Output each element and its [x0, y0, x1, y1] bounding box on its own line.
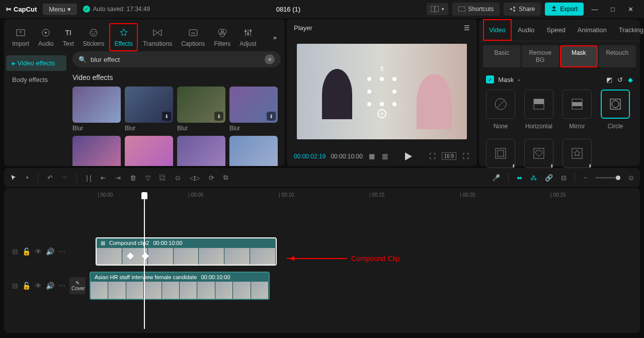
- layout-button[interactable]: ▾: [427, 3, 448, 15]
- play-button[interactable]: [405, 152, 412, 160]
- mask-checkbox[interactable]: ✓: [486, 75, 494, 83]
- prop-tab-animation[interactable]: Animation: [572, 19, 613, 41]
- trim-right-tool[interactable]: ⇥: [115, 174, 121, 182]
- track-mute-icon[interactable]: 🔊: [46, 247, 54, 256]
- app-logo: ✂ CapCut: [6, 6, 37, 13]
- tab-text[interactable]: TIText: [59, 24, 78, 50]
- effect-card[interactable]: ⬇Blur: [229, 87, 278, 132]
- effect-card[interactable]: [177, 136, 225, 166]
- redo-button[interactable]: ↷: [62, 174, 67, 182]
- crop-tool[interactable]: ⧉: [223, 174, 228, 182]
- project-title: 0816 (1): [276, 6, 300, 13]
- svg-text:cc: cc: [191, 31, 195, 35]
- undo-button[interactable]: ↶: [47, 174, 53, 182]
- mask-none[interactable]: None: [486, 90, 515, 130]
- close-button[interactable]: ✕: [624, 2, 638, 16]
- duplicate-tool[interactable]: ⿻: [159, 174, 166, 182]
- prop-tab-speed[interactable]: Speed: [540, 19, 572, 41]
- menu-button[interactable]: Menu ▾: [43, 4, 77, 15]
- fullscreen-button[interactable]: ⛶: [461, 151, 470, 161]
- invert-icon[interactable]: ◩: [606, 76, 612, 83]
- mirror-tool[interactable]: ◁▷: [190, 174, 200, 182]
- tab-filters[interactable]: Filters: [210, 24, 235, 50]
- playhead[interactable]: [144, 192, 145, 329]
- tab-captions[interactable]: ccCaptions: [177, 24, 209, 50]
- reset-icon[interactable]: ↺: [617, 76, 623, 83]
- track-visible-icon[interactable]: 👁: [35, 282, 42, 290]
- track-more-icon[interactable]: ⋯: [58, 247, 65, 256]
- speed-tool[interactable]: ⊙: [175, 174, 181, 182]
- tab-adjust[interactable]: Adjust: [235, 24, 260, 50]
- prop-tab-tracking[interactable]: Tracking: [613, 19, 644, 41]
- tab-audio[interactable]: Audio: [34, 24, 58, 50]
- compare-icon[interactable]: ▥: [381, 151, 389, 161]
- sub-tab-mask[interactable]: Mask: [560, 45, 598, 67]
- player-menu-button[interactable]: ☰: [464, 24, 470, 32]
- cover-button[interactable]: ✎ Cover: [69, 277, 86, 294]
- prop-tab-audio[interactable]: Audio: [512, 19, 540, 41]
- delete-tool[interactable]: 🗑: [130, 174, 136, 182]
- mask-horizontal[interactable]: Horizontal: [524, 90, 553, 130]
- clip-video[interactable]: Asian HR staff interview female candidat…: [90, 272, 270, 300]
- grid-icon[interactable]: ▦: [368, 151, 376, 161]
- zoom-fit-button[interactable]: ⊙: [628, 174, 634, 182]
- select-tool[interactable]: [10, 174, 17, 181]
- effect-card[interactable]: Blur: [72, 87, 121, 132]
- chevron-up-icon[interactable]: ▴: [518, 77, 520, 82]
- sub-tab-basic[interactable]: Basic: [483, 45, 521, 67]
- track-mute-icon[interactable]: 🔊: [46, 282, 54, 290]
- mask-mirror[interactable]: Mirror: [562, 90, 592, 130]
- mask-rect[interactable]: ⬇: [486, 139, 515, 168]
- track-collapse-icon[interactable]: ⊟: [12, 247, 18, 256]
- preview-area[interactable]: ⇕ ⟳: [287, 37, 477, 146]
- track-visible-icon[interactable]: 👁: [35, 247, 42, 256]
- timeline[interactable]: | 00:00 | 00:05 | 00:10 | 00:15 | 00:20 …: [4, 188, 640, 333]
- tab-effects[interactable]: Effects: [109, 23, 137, 51]
- ruler[interactable]: | 00:00 | 00:05 | 00:10 | 00:15 | 00:20 …: [90, 192, 640, 202]
- tab-stickers[interactable]: Stickers: [79, 24, 109, 50]
- clear-search-button[interactable]: ✕: [265, 54, 275, 64]
- keyframe-icon[interactable]: ◆: [628, 76, 633, 83]
- mark-tool[interactable]: ▽: [145, 174, 150, 182]
- effect-card[interactable]: [72, 136, 121, 166]
- zoom-out-button[interactable]: −: [583, 174, 587, 182]
- sub-tab-retouch[interactable]: Retouch: [599, 45, 636, 67]
- chevron-down-icon[interactable]: ▾: [26, 175, 29, 180]
- magnet-toggle[interactable]: ⬌: [517, 174, 522, 182]
- preview-toggle[interactable]: ⊟: [561, 174, 567, 182]
- expand-tabs-button[interactable]: »: [269, 30, 281, 45]
- mask-handles[interactable]: ⇕ ⟳: [369, 79, 394, 104]
- maximize-button[interactable]: □: [606, 2, 620, 16]
- track-collapse-icon[interactable]: ⊟: [12, 282, 18, 290]
- export-button[interactable]: Export: [545, 3, 584, 16]
- clip-compound[interactable]: ⊞Compound clip200:00:10:00: [96, 237, 277, 266]
- mask-circle[interactable]: Circle: [601, 90, 630, 130]
- effect-card[interactable]: ⬇Blur: [125, 87, 173, 132]
- rotate-tool[interactable]: ⟳: [209, 174, 214, 182]
- sub-tab-removebg[interactable]: Remove BG: [522, 45, 559, 67]
- trim-left-tool[interactable]: ⇤: [101, 174, 106, 182]
- prop-tab-video[interactable]: Video: [483, 19, 512, 41]
- link-toggle[interactable]: ⁂: [530, 174, 537, 182]
- shortcuts-button[interactable]: Shortcuts: [452, 3, 500, 16]
- tab-transitions[interactable]: Transitions: [139, 24, 176, 50]
- effect-card[interactable]: ⬇Blur: [177, 87, 225, 132]
- track-lock-icon[interactable]: 🔓: [22, 247, 31, 256]
- link-icon[interactable]: 🔗: [545, 174, 553, 182]
- effect-card[interactable]: [125, 136, 173, 166]
- track-lock-icon[interactable]: 🔓: [22, 282, 31, 290]
- track-more-icon[interactable]: ⋯: [58, 282, 65, 290]
- effect-card[interactable]: [229, 136, 278, 166]
- tab-import[interactable]: Import: [8, 24, 33, 50]
- mask-star[interactable]: ⬇: [562, 139, 592, 168]
- search-input[interactable]: [91, 56, 261, 63]
- sidebar-item-video-effects[interactable]: ▸ Video effects: [6, 55, 66, 71]
- scale-icon[interactable]: ⛶: [428, 151, 437, 161]
- ratio-button[interactable]: 16:9: [442, 152, 456, 160]
- sidebar-item-body-effects[interactable]: Body effects: [6, 72, 66, 88]
- minimize-button[interactable]: —: [588, 2, 602, 16]
- share-button[interactable]: Share: [504, 3, 541, 16]
- mask-heart[interactable]: ⬇: [524, 139, 553, 168]
- split-tool[interactable]: ] [: [86, 174, 92, 182]
- mic-button[interactable]: 🎤: [492, 174, 500, 182]
